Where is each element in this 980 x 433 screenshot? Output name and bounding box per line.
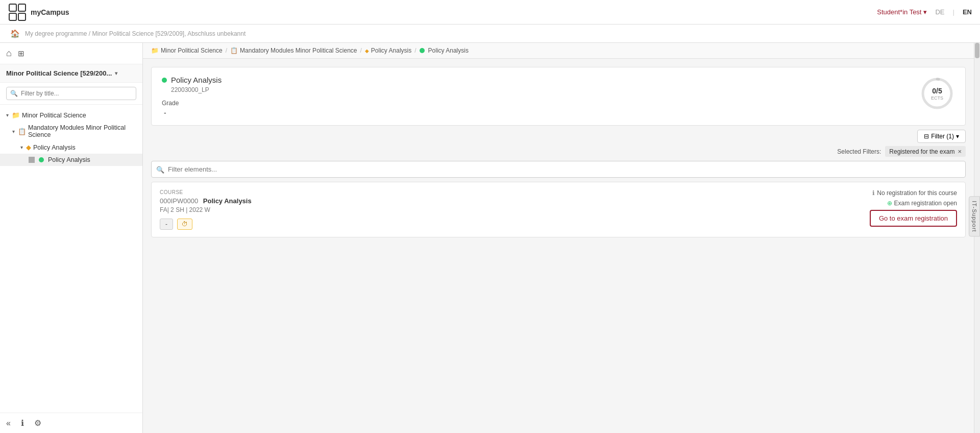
course-meta: FA| 2 SH | 2022 W — [160, 206, 252, 213]
badge-clock: ⏱ — [177, 219, 192, 230]
main-layout: ⌂ ⊞ Minor Political Science [529/200... … — [0, 43, 980, 433]
module-selector[interactable]: Minor Political Science [529/200... ▾ — [0, 64, 142, 83]
filter-chevron: ▾ — [956, 133, 959, 140]
logo-icon — [8, 3, 27, 21]
sidebar-item-mandatory-modules[interactable]: ▾ 📋 Mandatory Modules Minor Political Sc… — [0, 122, 142, 141]
bc-sep-1: / — [226, 47, 227, 54]
module-card-title-row: Policy Analysis — [162, 76, 222, 84]
svg-rect-0 — [9, 4, 16, 11]
no-registration-text: No registration for this course — [877, 189, 957, 197]
filter-tag-text: Registered for the exam — [889, 148, 954, 155]
home-icon[interactable]: 🏠 — [10, 29, 20, 38]
sidebar-item-policy-analysis-module[interactable]: ▾ ◆ Policy Analysis — [0, 141, 142, 154]
exam-open-text: Exam registration open — [894, 200, 957, 207]
bc-sep-2: / — [360, 47, 362, 54]
home-sidebar-icon[interactable]: ⌂ — [6, 48, 12, 59]
tree-chevron-down: ▾ — [6, 112, 9, 118]
sidebar-filter: 🔍 — [0, 83, 142, 105]
go-to-exam-label: Go to exam registration — [879, 214, 948, 222]
bc-label-pa-module: Policy Analysis — [371, 47, 411, 54]
content-breadcrumb: 📁 Minor Political Science / 📋 Mandatory … — [143, 43, 974, 59]
sidebar-filter-input[interactable] — [6, 87, 136, 100]
svg-rect-2 — [9, 13, 16, 20]
filter-btn-label: Filter (1) — [931, 133, 954, 140]
module-card: Policy Analysis 22003000_LP Grade - 0/5 … — [151, 67, 966, 126]
sidebar-item-policy-analysis-course[interactable]: Policy Analysis — [0, 154, 142, 166]
bc-label-mandatory: Mandatory Modules Minor Political Scienc… — [240, 47, 357, 54]
svg-rect-1 — [18, 4, 26, 11]
content-area: 📁 Minor Political Science / 📋 Mandatory … — [143, 43, 974, 433]
bc-folder-icon: 📁 — [151, 47, 159, 54]
course-card-right: ℹ No registration for this course ⊕ Exam… — [870, 189, 957, 227]
course-status-badges: - ⏱ — [160, 219, 252, 230]
sidebar-search-icon: 🔍 — [10, 90, 18, 97]
search-bar-inner: 🔍 — [151, 161, 966, 178]
badge-dash: - — [160, 219, 173, 230]
bc-item-pa-course: Policy Analysis — [420, 47, 469, 54]
folder-icon: 📁 — [12, 111, 20, 119]
user-name: Student*in Test — [877, 8, 921, 16]
lang-separator: | — [953, 8, 954, 16]
folder-blue-icon: 📋 — [18, 128, 26, 135]
module-selector-chevron: ▾ — [115, 70, 117, 76]
lang-en[interactable]: EN — [963, 8, 972, 16]
search-bar: 🔍 — [151, 161, 966, 178]
module-card-left: Policy Analysis 22003000_LP Grade - — [162, 76, 222, 117]
module-green-dot — [162, 78, 167, 83]
filter-button[interactable]: ⊟ Filter (1) ▾ — [917, 130, 966, 143]
logo-text: myCampus — [31, 8, 69, 16]
user-chevron: ▾ — [923, 8, 927, 16]
settings-icon[interactable]: ⚙ — [34, 418, 41, 428]
content-wrapper: 📁 Minor Political Science / 📋 Mandatory … — [143, 43, 980, 433]
sidebar-item-minor-political-science[interactable]: ▾ 📁 Minor Political Science — [0, 109, 142, 122]
it-support-label: IT-Support — [971, 201, 977, 232]
go-to-exam-button[interactable]: Go to exam registration — [870, 210, 957, 227]
bc-item-mandatory: 📋 Mandatory Modules Minor Political Scie… — [230, 47, 357, 54]
user-menu[interactable]: Student*in Test ▾ — [877, 8, 927, 16]
exam-open-line: ⊕ Exam registration open — [887, 200, 957, 207]
selected-filters: Selected Filters: Registered for the exa… — [151, 146, 966, 157]
bc-dot-green-icon — [420, 48, 425, 53]
collapse-icon[interactable]: « — [6, 419, 11, 428]
search-input[interactable] — [151, 161, 966, 178]
ects-label: ECTS — [931, 95, 943, 100]
info-icon-bottom[interactable]: ℹ — [21, 418, 24, 428]
dashboard-icon[interactable]: ⊞ — [18, 49, 24, 58]
sidebar-label-policy-analysis-module: Policy Analysis — [33, 144, 76, 151]
filter-tag-remove[interactable]: × — [958, 148, 962, 155]
sidebar-label-policy-analysis-course: Policy Analysis — [48, 156, 90, 163]
filter-icon: ⊟ — [924, 133, 929, 140]
it-support-tab[interactable]: IT-Support — [969, 196, 980, 236]
bc-folder-blue-icon: 📋 — [230, 47, 238, 54]
module-title: Policy Analysis — [171, 76, 222, 84]
course-title: Policy Analysis — [203, 197, 252, 205]
lang-de[interactable]: DE — [935, 8, 944, 16]
sidebar: ⌂ ⊞ Minor Political Science [529/200... … — [0, 43, 143, 433]
topbar: myCampus Student*in Test ▾ DE | EN — [0, 0, 980, 25]
topbar-right: Student*in Test ▾ DE | EN — [877, 8, 972, 16]
it-support-wrapper: IT-Support — [969, 196, 980, 236]
gray-box-icon — [29, 157, 35, 163]
clock-icon: ⏱ — [182, 221, 188, 228]
scrollbar-thumb[interactable] — [975, 43, 979, 58]
no-registration-line: ℹ No registration for this course — [872, 189, 957, 197]
ects-text: 0/5 ECTS — [931, 87, 943, 101]
green-dot-icon — [39, 157, 44, 162]
module-grade-label: Grade — [162, 100, 222, 107]
sidebar-label-minor-political-science: Minor Political Science — [22, 112, 86, 119]
module-subtitle: 22003000_LP — [162, 86, 222, 93]
sidebar-bottom: « ℹ ⚙ — [0, 413, 142, 433]
header-breadcrumb: 🏠 My degree programme / Minor Political … — [0, 25, 980, 43]
filter-tag-registered: Registered for the exam × — [885, 146, 966, 157]
ects-circle: 0/5 ECTS — [919, 76, 955, 111]
module-selector-label: Minor Political Science [529/200... — [6, 69, 112, 77]
logo: myCampus — [8, 3, 69, 21]
module-grade-value: - — [162, 109, 222, 117]
bc-label-pa-course: Policy Analysis — [428, 47, 469, 54]
sidebar-label-mandatory-modules: Mandatory Modules Minor Political Scienc… — [28, 124, 136, 138]
scrollbar[interactable] — [974, 43, 980, 433]
bc-sep-3: / — [414, 47, 416, 54]
course-name-row: 000IPW0000 Policy Analysis — [160, 197, 252, 205]
exam-open-icon: ⊕ — [887, 200, 892, 207]
bc-diamond-icon: ◆ — [365, 48, 369, 54]
